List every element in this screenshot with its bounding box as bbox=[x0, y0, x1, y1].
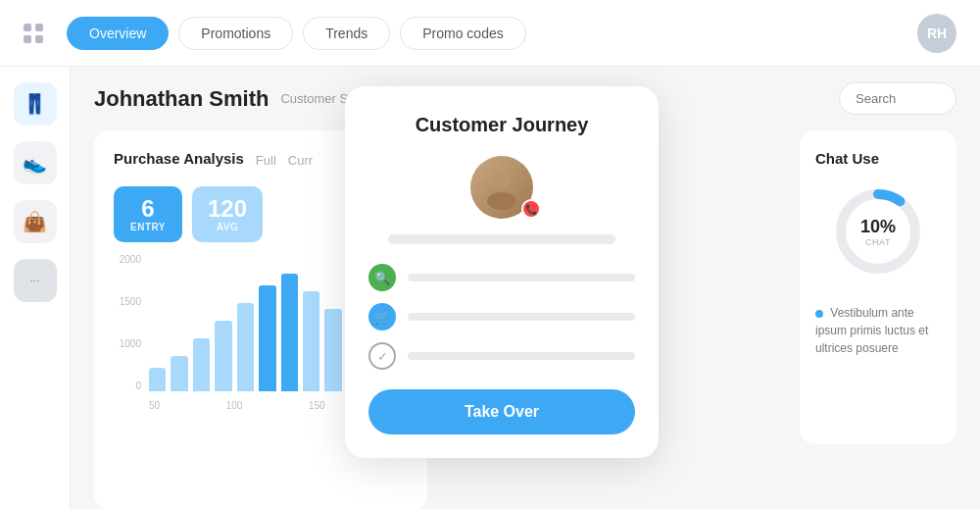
journey-icon-cart: 🛒 bbox=[368, 303, 396, 331]
journey-icon-search: 🔍 bbox=[368, 264, 396, 291]
legend-dot bbox=[815, 310, 823, 318]
sidebar-icon-shoes[interactable]: 👟 bbox=[14, 141, 57, 184]
customer-journey-modal: Customer Journey 📞 🔍🛒✓ Take Over bbox=[345, 86, 659, 458]
bar bbox=[259, 285, 275, 391]
nav-tab-overview[interactable]: Overview bbox=[67, 17, 169, 50]
bar bbox=[324, 309, 341, 391]
content-area: Johnathan Smith Customer Since 06/ Purch… bbox=[71, 67, 980, 509]
journey-items: 🔍🛒✓ bbox=[368, 264, 635, 370]
journey-bar bbox=[408, 352, 635, 360]
bar bbox=[237, 303, 254, 391]
svg-point-3 bbox=[487, 192, 516, 210]
journey-item-check: ✓ bbox=[368, 342, 635, 370]
donut-label: 10% CHAT bbox=[860, 217, 896, 247]
journey-item-search: 🔍 bbox=[368, 264, 635, 291]
filter-curr[interactable]: Curr bbox=[288, 153, 313, 168]
bar bbox=[303, 291, 319, 391]
search-input[interactable] bbox=[839, 82, 956, 115]
metric-entry-value: 6 bbox=[129, 196, 167, 222]
user-avatar[interactable]: RH bbox=[917, 14, 956, 53]
journey-bar bbox=[408, 313, 635, 321]
donut-sub-label: CHAT bbox=[860, 237, 896, 247]
journey-bar bbox=[408, 274, 635, 281]
chat-use-panel: Chat Use 10% CHAT bbox=[800, 130, 956, 444]
nav-tab-trends[interactable]: Trends bbox=[303, 17, 390, 50]
customer-name: Johnathan Smith bbox=[94, 86, 269, 112]
donut-percentage: 10% bbox=[860, 217, 896, 237]
filter-full[interactable]: Full bbox=[256, 153, 276, 168]
bar bbox=[171, 356, 187, 391]
modal-avatar-area: 📞 bbox=[368, 156, 635, 219]
nav-tab-promotions[interactable]: Promotions bbox=[178, 17, 293, 50]
metric-entry: 6 ENTRY bbox=[114, 186, 182, 242]
call-badge: 📞 bbox=[521, 199, 541, 219]
top-nav: OverviewPromotionsTrendsPromo codes RH bbox=[0, 0, 980, 67]
modal-name-bar bbox=[388, 234, 615, 244]
journey-icon-check: ✓ bbox=[368, 342, 396, 370]
metric-avg: 120 AVG bbox=[192, 186, 263, 242]
nav-tabs: OverviewPromotionsTrendsPromo codes bbox=[67, 17, 917, 50]
main-layout: 👖👟👜··· Johnathan Smith Customer Since 06… bbox=[0, 67, 980, 509]
sidebar-icon-bag[interactable]: 👜 bbox=[14, 200, 57, 243]
sidebar: 👖👟👜··· bbox=[0, 67, 71, 509]
chat-legend: Vestibulum ante ipsum primis luctus et u… bbox=[815, 304, 941, 357]
panel-title: Purchase Analysis bbox=[114, 150, 244, 167]
legend-text: Vestibulum ante ipsum primis luctus et u… bbox=[815, 306, 928, 355]
bar bbox=[193, 338, 210, 391]
bar bbox=[215, 321, 231, 391]
metric-avg-value: 120 bbox=[208, 196, 247, 222]
nav-tab-promo-codes[interactable]: Promo codes bbox=[400, 17, 525, 50]
bar bbox=[281, 274, 298, 391]
metric-entry-label: ENTRY bbox=[129, 222, 167, 232]
bar bbox=[149, 368, 166, 391]
donut-chart: 10% CHAT bbox=[829, 182, 927, 280]
chat-use-title: Chat Use bbox=[815, 150, 941, 167]
take-over-button[interactable]: Take Over bbox=[368, 389, 635, 434]
modal-title: Customer Journey bbox=[368, 114, 635, 136]
logo bbox=[24, 24, 43, 43]
journey-item-cart: 🛒 bbox=[368, 303, 635, 331]
svg-point-4 bbox=[493, 172, 511, 189]
y-axis: 2000150010000 bbox=[114, 254, 145, 391]
sidebar-icon-more[interactable]: ··· bbox=[14, 259, 57, 302]
sidebar-icon-pants[interactable]: 👖 bbox=[14, 82, 57, 126]
metric-avg-label: AVG bbox=[208, 222, 247, 232]
